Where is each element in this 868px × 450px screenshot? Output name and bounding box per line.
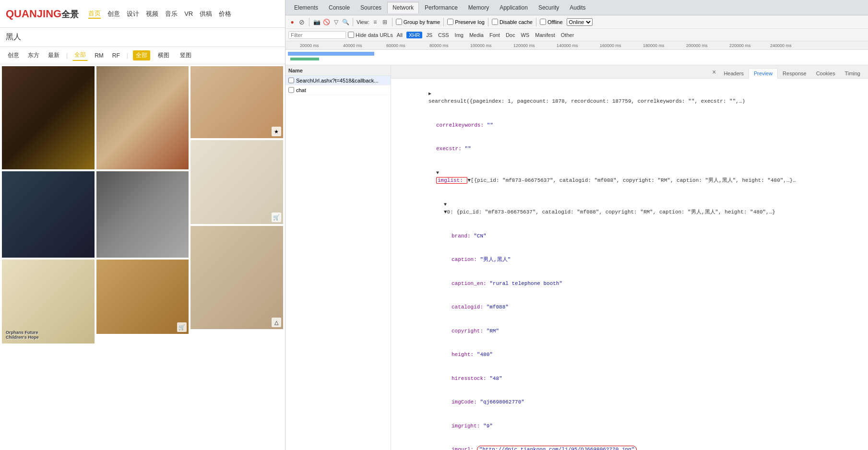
filter-latest[interactable]: 最新 (46, 50, 61, 60)
type-js[interactable]: JS (424, 32, 434, 38)
hiresstock-key: hiresstock: (452, 376, 489, 381)
root-expand-icon[interactable] (428, 91, 431, 96)
grid-image-4[interactable] (96, 171, 189, 258)
detail-tab-headers[interactable]: Headers (719, 69, 749, 78)
type-manifest[interactable]: Manifest (533, 32, 557, 38)
item0-expand-icon[interactable] (444, 202, 447, 207)
type-css[interactable]: CSS (436, 32, 451, 38)
req-checkbox-1[interactable] (288, 87, 294, 93)
filter-rm[interactable]: RM (93, 51, 106, 60)
tab-performance[interactable]: Performance (420, 2, 463, 13)
hide-data-urls-label: Hide data URLs (356, 32, 393, 38)
search-input[interactable] (6, 33, 279, 42)
throttle-select[interactable]: Online (567, 18, 593, 26)
filter-east[interactable]: 东方 (26, 50, 41, 60)
type-font[interactable]: Font (488, 32, 502, 38)
grid-image-1[interactable] (2, 66, 95, 169)
request-item-0[interactable]: SearchUrl.ashx?t=4518&callback... (285, 76, 391, 85)
tab-network[interactable]: Network (387, 2, 419, 13)
type-xhr[interactable]: XHR (406, 32, 422, 38)
divider2: | (127, 52, 128, 59)
copyright-val: "RM" (487, 328, 499, 334)
filter-creative[interactable]: 创意 (6, 50, 21, 60)
filter-all2[interactable]: 全部 (133, 50, 150, 60)
type-doc[interactable]: Doc (504, 32, 517, 38)
search-bar (0, 28, 285, 47)
filter-toggle-icon[interactable]: ▽ (332, 18, 340, 26)
detail-close-button[interactable]: × (709, 68, 719, 76)
correlkeywords-val: "" (487, 122, 493, 128)
filter-row: Hide data URLs All XHR JS CSS Img Media … (285, 29, 868, 41)
nav-price[interactable]: 价格 (219, 10, 231, 18)
cart-icon-8[interactable]: 🛒 (272, 213, 281, 222)
filter-rf[interactable]: RF (110, 51, 122, 60)
nav-video[interactable]: 视频 (146, 10, 158, 18)
star-icon-7[interactable]: ★ (272, 127, 281, 136)
cart-icon-6[interactable]: 🛒 (177, 322, 187, 332)
hiresstock-val: "48" (489, 376, 502, 381)
nav-creative[interactable]: 创意 (107, 10, 120, 18)
split-area: Name SearchUrl.ashx?t=4518&callback... c… (285, 65, 868, 450)
offline-checkbox[interactable]: Offline (540, 19, 563, 25)
hide-data-urls-input[interactable] (348, 32, 354, 38)
hide-data-urls-checkbox[interactable]: Hide data URLs (348, 32, 393, 38)
tab-console[interactable]: Console (324, 2, 355, 13)
type-media[interactable]: Media (467, 32, 486, 38)
nav-supply[interactable]: 供稿 (200, 10, 212, 18)
detail-tab-cookies[interactable]: Cookies (811, 69, 840, 78)
offline-input[interactable] (540, 19, 546, 25)
request-item-1[interactable]: chat (285, 85, 391, 95)
image-overlay-9: △ (272, 318, 281, 327)
type-img[interactable]: Img (453, 32, 465, 38)
site-logo[interactable]: QUANJING全景 (6, 8, 79, 20)
detail-tab-preview[interactable]: Preview (749, 68, 778, 79)
json-brand-line: brand: "CN" (397, 224, 862, 248)
filter-landscape[interactable]: 横图 (155, 50, 172, 60)
devtools-panel: Elements Console Sources Network Perform… (285, 0, 868, 450)
grid-image-2[interactable] (96, 66, 189, 169)
nav-design[interactable]: 设计 (127, 10, 139, 18)
disable-cache-checkbox[interactable]: Disable cache (492, 19, 533, 25)
stop-icon[interactable]: ⊘ (298, 18, 306, 26)
group-by-frame-checkbox[interactable]: Group by frame (396, 19, 440, 25)
tab-elements[interactable]: Elements (289, 2, 323, 13)
clear-icon[interactable]: 🚫 (322, 18, 330, 26)
grid-image-6[interactable]: 🛒 (96, 260, 189, 334)
preserve-log-input[interactable] (447, 19, 453, 25)
grid-image-9[interactable]: △ (190, 226, 283, 329)
type-all[interactable]: All (395, 32, 404, 38)
filter-portrait[interactable]: 竖图 (177, 50, 194, 60)
tab-audits[interactable]: Audits (565, 2, 590, 13)
grid-image-3[interactable] (2, 171, 95, 258)
tab-application[interactable]: Application (495, 2, 533, 13)
grid-image-5[interactable]: Orphans FutureChildren's Hope (2, 260, 95, 343)
grid-image-8[interactable]: 🛒 (190, 140, 283, 224)
disable-cache-input[interactable] (492, 19, 498, 25)
height-key: height: (452, 352, 477, 357)
view-list-icon[interactable]: ≡ (371, 18, 379, 26)
nav-vr[interactable]: VR (184, 10, 193, 17)
imglist-expand-icon[interactable] (436, 170, 439, 176)
tab-security[interactable]: Security (534, 2, 564, 13)
camera-icon[interactable]: 📷 (313, 18, 321, 26)
name-column-header: Name (288, 68, 303, 73)
imgurl-val: "http://dpic.tiankong.com/lj/95/QJ669806… (477, 446, 637, 450)
filter-all1[interactable]: 全部 (72, 50, 88, 61)
type-other[interactable]: Other (559, 32, 576, 38)
req-checkbox-0[interactable] (288, 77, 294, 83)
type-ws[interactable]: WS (519, 32, 531, 38)
person-icon-9[interactable]: △ (272, 318, 281, 327)
grid-image-7[interactable]: ★ (190, 66, 283, 138)
detail-tab-timing[interactable]: Timing (840, 69, 865, 78)
filter-input[interactable] (288, 31, 346, 39)
tab-sources[interactable]: Sources (356, 2, 386, 13)
search-icon[interactable]: 🔍 (342, 18, 349, 26)
detail-tab-response[interactable]: Response (778, 69, 811, 78)
record-icon[interactable]: ● (288, 18, 296, 26)
nav-home[interactable]: 首页 (88, 9, 101, 19)
tab-memory[interactable]: Memory (464, 2, 494, 13)
group-by-frame-input[interactable] (396, 19, 402, 25)
view-grid-icon[interactable]: ⊞ (381, 18, 389, 26)
preserve-log-checkbox[interactable]: Preserve log (447, 19, 485, 25)
nav-music[interactable]: 音乐 (165, 10, 178, 18)
